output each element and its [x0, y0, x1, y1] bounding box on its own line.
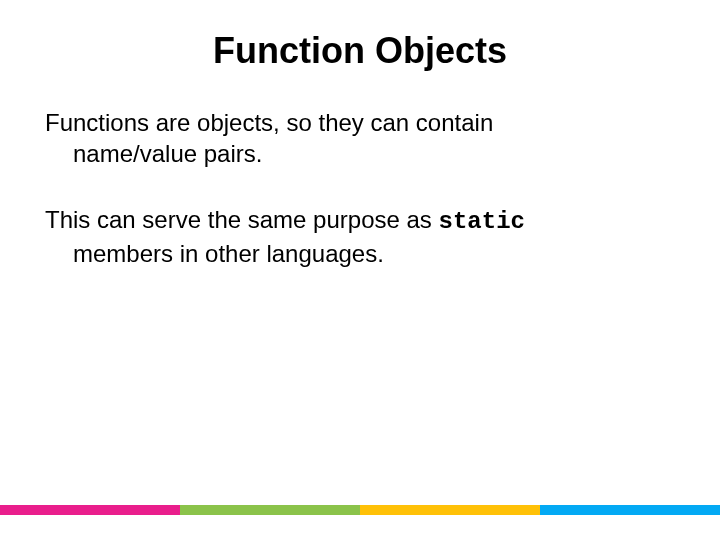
paragraph-1-line-1: Functions are objects, so they can conta…: [45, 109, 493, 136]
paragraph-2-prefix: This can serve the same purpose as: [45, 206, 439, 233]
paragraph-1: Functions are objects, so they can conta…: [40, 107, 680, 169]
footer-stripe: [0, 505, 720, 515]
paragraph-2-line-2: members in other languages.: [45, 238, 680, 269]
stripe-yellow: [360, 505, 540, 515]
stripe-green: [180, 505, 360, 515]
paragraph-2: This can serve the same purpose as stati…: [40, 204, 680, 268]
stripe-pink: [0, 505, 180, 515]
slide: Function Objects Functions are objects, …: [0, 0, 720, 540]
paragraph-1-line-2: name/value pairs.: [45, 138, 680, 169]
stripe-blue: [540, 505, 720, 515]
code-keyword: static: [439, 208, 525, 235]
slide-title: Function Objects: [40, 30, 680, 72]
